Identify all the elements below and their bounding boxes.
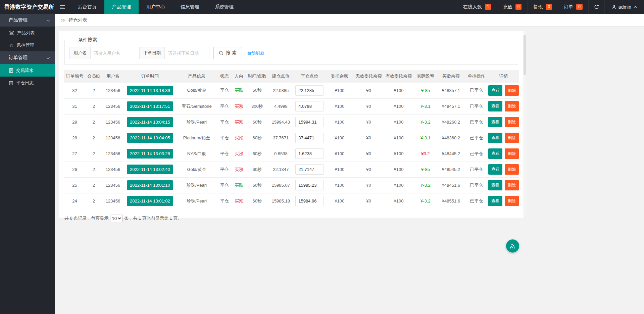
nav-stat-充值[interactable]: 充值0 (497, 0, 528, 14)
cell-id: 31 (64, 98, 86, 114)
sidebar-item-产品列表[interactable]: 产品列表 (0, 27, 55, 39)
delete-button[interactable]: 删除 (505, 133, 519, 143)
delete-button[interactable]: 删除 (505, 117, 519, 127)
pagination-prefix: 共 8 条记录，每页显示 (64, 215, 108, 221)
cell-invalid_entrust: ¥0 (354, 98, 384, 114)
top-menu-item-系统管理[interactable]: 系统管理 (207, 0, 241, 14)
close-point-input[interactable] (295, 180, 324, 190)
column-header-profit: 实际盈亏 (414, 70, 438, 83)
sidebar-group-label: 订单管理 (9, 55, 28, 61)
view-button[interactable]: 查看 (488, 117, 502, 127)
view-button[interactable]: 查看 (488, 133, 502, 143)
delete-button[interactable]: 删除 (505, 196, 519, 206)
cell-username: 123456 (102, 83, 124, 98)
cell-valid_entrust: ¥100 (384, 177, 413, 193)
delete-button[interactable]: 删除 (505, 180, 519, 190)
direction-value: 买涨 (235, 135, 243, 140)
auto-refresh-link[interactable]: 自动刷新 (247, 50, 264, 56)
user-menu[interactable]: admin (604, 0, 644, 14)
page-size-select[interactable]: 10 (110, 215, 122, 222)
view-button[interactable]: 查看 (488, 164, 502, 175)
order-time-badge: 2022-11-14 13:03:28 (127, 149, 173, 159)
cell-duration: 60秒 (246, 146, 268, 162)
sidebar-item-交易流水[interactable]: 交易流水 (0, 64, 55, 77)
close-point-input[interactable] (295, 101, 324, 111)
column-header-open_point: 建仓点位 (268, 70, 294, 83)
card-scrollbar-thumb[interactable] (524, 35, 526, 75)
view-button[interactable]: 查看 (488, 85, 502, 96)
top-menu-item-产品管理[interactable]: 产品管理 (104, 0, 139, 14)
refresh-button[interactable] (588, 0, 604, 14)
profit-value: ¥3.2 (421, 151, 430, 156)
search-button-label: 搜 索 (226, 50, 237, 56)
order-time-badge: 2022-11-14 13:04:15 (127, 117, 173, 127)
cell-status: 平仓 (217, 162, 232, 177)
cell-actions: 查看删除 (488, 162, 519, 177)
sidebar-item-风控管理[interactable]: 风控管理 (0, 39, 55, 51)
navbar-right: 在线人数1充值0提现0订单0admin (457, 0, 644, 14)
direction-value: 买涨 (235, 167, 243, 172)
nav-stat-label: 提现 (533, 4, 543, 10)
cell-time: 2022-11-14 13:01:10 (124, 177, 176, 193)
chevron-down-icon (46, 17, 50, 23)
close-point-input[interactable] (295, 85, 324, 96)
top-menu-item-后台首页[interactable]: 后台首页 (70, 0, 104, 14)
view-button[interactable]: 查看 (488, 180, 502, 190)
close-point-input[interactable] (295, 164, 324, 175)
order-time-badge: 2022-11-14 13:01:10 (127, 180, 173, 190)
sidebar-item-平仓日志[interactable]: 平仓日志 (0, 77, 55, 89)
cell-entrust: ¥100 (326, 130, 354, 146)
column-header-time: 订单时间 (124, 70, 176, 83)
profit-value: ¥-3.2 (420, 198, 431, 204)
cell-valid_entrust: ¥100 (384, 193, 413, 209)
cell-entrust: ¥100 (326, 193, 354, 209)
card-scrollbar[interactable] (523, 33, 526, 216)
search-button[interactable]: 搜 索 (213, 47, 242, 59)
delete-button[interactable]: 删除 (505, 85, 519, 96)
top-menu-item-信息管理[interactable]: 信息管理 (173, 0, 207, 14)
floating-action-button[interactable] (506, 239, 519, 253)
delete-button[interactable]: 删除 (505, 164, 519, 175)
cell-control: 已平仓 (465, 162, 489, 177)
view-button[interactable]: 查看 (488, 148, 502, 159)
close-point-input[interactable] (295, 133, 324, 143)
column-header-close_point: 平仓点位 (294, 70, 326, 83)
cell-member_id: 2 (86, 146, 102, 162)
cell-duration: 60秒 (246, 83, 268, 98)
profit-value: ¥-85 (421, 167, 430, 172)
cell-time: 2022-11-14 13:18:39 (124, 83, 176, 98)
nav-stat-订单[interactable]: 订单0 (558, 0, 588, 14)
cell-valid_entrust: ¥100 (384, 114, 413, 130)
direction-value: 买涨 (235, 151, 243, 156)
view-button[interactable]: 查看 (488, 196, 502, 206)
table-row: 2521234562022-11-14 13:01:10珍珠/Pearl平仓买跌… (64, 177, 519, 193)
username-input[interactable] (91, 47, 135, 59)
cell-member_id: 2 (86, 193, 102, 209)
chevron-down-icon (46, 55, 50, 60)
view-button[interactable]: 查看 (488, 101, 502, 111)
close-point-input[interactable] (295, 117, 324, 127)
direction-value: 买跌 (235, 88, 243, 93)
cell-username: 123456 (102, 146, 124, 162)
cell-product: 珍珠/Pearl (176, 114, 217, 130)
hamburger-menu-icon[interactable] (55, 0, 70, 14)
profit-value: ¥-3.2 (420, 183, 431, 188)
direction-value: 买涨 (235, 120, 243, 125)
delete-button[interactable]: 删除 (505, 101, 519, 111)
sidebar-group-订单管理[interactable]: 订单管理 (0, 51, 55, 64)
table-header: 订单编号会员ID用户名订单时间产品信息状态方向时间/点数建仓点位平仓点位委托余额… (64, 70, 519, 83)
delete-button[interactable]: 删除 (505, 148, 519, 159)
top-menu-item-用户中心[interactable]: 用户中心 (139, 0, 173, 14)
close-point-input[interactable] (295, 196, 324, 206)
order-date-input[interactable] (165, 47, 209, 59)
sidebar-item-label: 平仓日志 (16, 80, 34, 86)
cell-username: 123456 (102, 177, 124, 193)
cell-close_point (294, 193, 326, 209)
nav-stat-提现[interactable]: 提现0 (527, 0, 558, 14)
cell-close_point (294, 130, 326, 146)
nav-stat-在线人数[interactable]: 在线人数1 (457, 0, 497, 14)
column-header-actions: 详情 (488, 70, 519, 83)
profit-value: ¥-3.1 (420, 135, 431, 140)
sidebar-group-产品管理[interactable]: 产品管理 (0, 14, 55, 27)
close-point-input[interactable] (295, 148, 324, 159)
